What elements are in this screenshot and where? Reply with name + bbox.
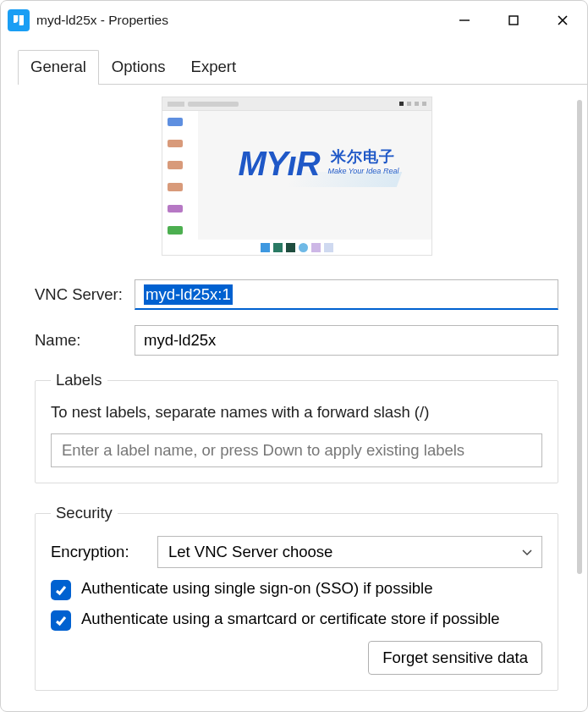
tab-options[interactable]: Options: [99, 50, 179, 85]
tab-label: Options: [112, 58, 166, 75]
labels-group: Labels To nest labels, separate names wi…: [35, 371, 558, 483]
close-button[interactable]: [538, 1, 587, 40]
scrollbar-thumb[interactable]: [577, 100, 582, 574]
encryption-select[interactable]: Let VNC Server choose: [157, 536, 542, 568]
forget-sensitive-data-button[interactable]: Forget sensitive data: [368, 641, 542, 675]
preview-logo-cjk: 米尔电子: [328, 146, 399, 167]
minimize-button[interactable]: [440, 1, 489, 40]
titlebar: myd-ld25x - Properties: [1, 1, 587, 40]
window-title: myd-ld25x - Properties: [36, 13, 168, 28]
smartcard-checkbox-label: Authenticate using a smartcard or certif…: [81, 609, 542, 630]
vnc-server-value: myd-ld25x:1: [144, 284, 233, 305]
vnc-server-label: VNC Server:: [35, 285, 135, 304]
tab-content-general: MYıR 米尔电子 Make Your Idea Real: [18, 85, 575, 711]
tab-label: Expert: [191, 58, 236, 75]
security-group: Security Encryption: Let VNC Server choo…: [35, 504, 558, 691]
smartcard-checkbox[interactable]: [51, 610, 71, 631]
svg-rect-1: [509, 16, 518, 25]
name-label: Name:: [35, 331, 135, 350]
button-label: Forget sensitive data: [382, 649, 528, 666]
window-controls: [440, 1, 587, 40]
tab-expert[interactable]: Expert: [179, 50, 249, 85]
chevron-down-icon: [521, 546, 533, 558]
vnc-server-input[interactable]: myd-ld25x:1: [135, 279, 558, 310]
tab-label: General: [30, 58, 86, 75]
connection-preview-thumbnail: MYıR 米尔电子 Make Your Idea Real: [162, 97, 432, 256]
check-icon: [54, 583, 68, 597]
name-input[interactable]: [135, 325, 558, 356]
security-legend: Security: [51, 504, 118, 522]
app-icon: [8, 9, 30, 31]
tab-general[interactable]: General: [18, 50, 99, 85]
labels-legend: Labels: [51, 371, 107, 389]
tab-bar: General Options Expert: [1, 40, 587, 85]
properties-window: myd-ld25x - Properties General Options E…: [0, 0, 588, 712]
sso-checkbox[interactable]: [51, 580, 71, 600]
check-icon: [54, 614, 68, 627]
vertical-scrollbar[interactable]: [575, 85, 584, 711]
encryption-value: Let VNC Server choose: [168, 543, 332, 561]
maximize-button[interactable]: [489, 1, 538, 40]
labels-input[interactable]: [51, 433, 542, 467]
encryption-label: Encryption:: [51, 543, 157, 561]
sso-checkbox-label: Authenticate using single sign-on (SSO) …: [81, 578, 542, 599]
labels-hint: To nest labels, separate names with a fo…: [51, 403, 542, 422]
